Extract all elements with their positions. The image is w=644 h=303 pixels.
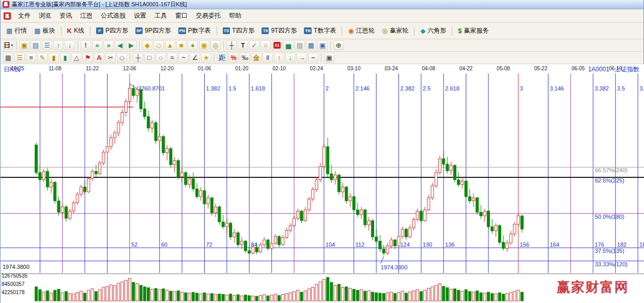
gann-fan-icon[interactable]: ▲: [165, 40, 175, 50]
menu-help[interactable]: 帮助: [225, 9, 246, 22]
gann-wheel-button-label: 江恩轮: [356, 26, 375, 35]
grid-icon[interactable]: ▦: [3, 53, 13, 63]
candle: [323, 144, 325, 169]
board-icon-icon: ▣: [21, 42, 27, 49]
menu-trade-order[interactable]: 交易委托: [192, 9, 225, 22]
up-red-icon[interactable]: ↑: [274, 53, 284, 63]
star-tool-icon[interactable]: ★: [201, 53, 211, 63]
alert-icon[interactable]: !: [81, 40, 91, 50]
time-ratio-label: 3.382: [594, 85, 609, 92]
angle-tool-icon[interactable]: ∠: [190, 53, 200, 63]
p-number-table-button[interactable]: PNP数字表: [175, 24, 214, 37]
down-arrow-icon[interactable]: ↓: [65, 40, 75, 50]
text-tool-icon[interactable]: T: [238, 40, 248, 50]
save-icon[interactable]: ▣: [317, 40, 328, 50]
volume-bar: [487, 292, 489, 301]
gann-box-icon[interactable]: ■: [176, 40, 187, 50]
percent-icon-icon: %: [231, 54, 237, 61]
calendar-21-icon[interactable]: 21: [272, 40, 282, 50]
measure-icon[interactable]: 距: [217, 53, 227, 63]
time-ratio-label: 3.146: [550, 85, 564, 92]
calendar-icon[interactable]: ▦: [306, 40, 316, 50]
menu-formula-stock-pick[interactable]: 公式选股: [97, 9, 130, 22]
title-bar[interactable]: 赢 赢家江恩专业版[赢家内部服务平台] - [上证指数 SH1A0001-167…: [1, 0, 643, 9]
menu-settings[interactable]: 设置: [130, 9, 150, 22]
permille-icon[interactable]: ‰: [240, 53, 250, 63]
volume-bar: [140, 285, 142, 301]
note-icon[interactable]: ▤: [295, 40, 305, 50]
volume-bar: [495, 294, 497, 301]
triangle-tool-icon[interactable]: △: [71, 53, 82, 63]
menu-view[interactable]: 浏览: [35, 9, 55, 22]
hline-tool-icon[interactable]: ☰: [14, 53, 25, 63]
up-arrow-icon[interactable]: ↑: [53, 40, 64, 50]
winner-service-button[interactable]: $赢家服务: [454, 24, 492, 37]
menu-file[interactable]: 文件: [14, 9, 35, 22]
last-page-icon[interactable]: »: [103, 40, 114, 50]
kline-chart[interactable]: 5260728410411212413013615616417618218866…: [1, 64, 644, 303]
first-page-icon[interactable]: «: [92, 40, 102, 50]
gann-wheel-button[interactable]: ◉江恩轮: [344, 24, 378, 37]
golden-section-icon[interactable]: 金: [251, 53, 262, 63]
settings-icon[interactable]: ⊕: [333, 40, 344, 50]
candle: [158, 133, 161, 150]
board-icon[interactable]: ▣: [19, 40, 29, 50]
sectors-button[interactable]: ▩板块: [30, 24, 58, 37]
volume-bar: [210, 294, 213, 301]
t-square-button[interactable]: TST四方形: [219, 24, 258, 37]
winner-wheel-button[interactable]: ◎赢家轮: [378, 24, 412, 37]
next-page-icon[interactable]: ▶: [126, 40, 136, 50]
zoom-out-icon[interactable]: −: [308, 53, 318, 63]
text-a-icon[interactable]: A: [94, 53, 104, 63]
candle: [371, 219, 374, 240]
menu-tools[interactable]: 工具: [150, 9, 171, 22]
doc-icon[interactable]: ▤: [30, 40, 41, 50]
prev-page-icon[interactable]: ◀: [115, 40, 125, 50]
quotes-button[interactable]: ▦行情: [3, 24, 30, 37]
gann-square9-icon[interactable]: ▣: [199, 40, 209, 50]
cylinder-icon[interactable]: ▮: [49, 53, 59, 63]
candle: [229, 222, 232, 240]
gann-angles-icon-icon: ◆: [145, 42, 150, 49]
forward-icon[interactable]: →: [297, 53, 307, 63]
gann-circle-icon[interactable]: ●: [188, 40, 198, 50]
volume-bar: [207, 294, 209, 301]
multi-line-icon[interactable]: ≡: [26, 53, 36, 63]
candle: [453, 164, 456, 183]
rect-tool-icon[interactable]: □: [144, 53, 155, 63]
gann-grid-icon[interactable]: ◇: [154, 40, 164, 50]
down-green-icon[interactable]: ↓: [285, 53, 296, 63]
gann-wheel24-icon[interactable]: ◎: [210, 40, 221, 50]
elliott-wave-icon[interactable]: ~: [178, 53, 189, 63]
kline-button[interactable]: KK线: [64, 24, 88, 37]
period-day-selector[interactable]: 日▾: [3, 40, 13, 50]
gann-angles-icon[interactable]: ◆: [142, 40, 152, 50]
cycle-tool-icon[interactable]: ○: [156, 53, 166, 63]
check-icon[interactable]: ✓: [249, 40, 259, 50]
cylinder-green-icon[interactable]: ▮: [60, 53, 70, 63]
candle: [495, 223, 497, 237]
cross-cursor-icon[interactable]: ┼: [133, 53, 143, 63]
scissors-icon[interactable]: ✂: [105, 53, 116, 63]
p-square-button[interactable]: PP四方形: [93, 24, 132, 37]
t-number-table-button[interactable]: TNT数字表: [300, 24, 340, 37]
crosshair-icon[interactable]: ┼: [226, 40, 237, 50]
nine-p-square-button[interactable]: 9P9P四方形: [132, 24, 175, 37]
channel-icon[interactable]: ‖: [263, 53, 273, 63]
hexagon-button[interactable]: ◆六角形: [417, 24, 450, 37]
lock-icon[interactable]: ▣: [324, 53, 334, 63]
menu-news[interactable]: 资讯: [55, 9, 76, 22]
list-icon[interactable]: ☰: [42, 40, 52, 50]
shape-icon[interactable]: ◇: [117, 53, 127, 63]
percent-icon[interactable]: %: [228, 53, 239, 63]
wave-tool-icon[interactable]: ≈: [167, 53, 177, 63]
bar-chart-icon[interactable]: ▅: [283, 40, 294, 50]
chart-area[interactable]: 5260728410411212413013615616417618218866…: [1, 64, 644, 303]
flag-icon[interactable]: ⚑: [83, 53, 93, 63]
magnifier-icon[interactable]: ○: [260, 40, 271, 50]
nine-t-square-button[interactable]: T99T四方形: [258, 24, 300, 37]
volume-bar: [95, 292, 97, 301]
menu-window[interactable]: 窗口: [171, 9, 192, 22]
menu-gann[interactable]: 江恩: [76, 9, 97, 22]
pencil-icon[interactable]: ✎: [37, 53, 48, 63]
